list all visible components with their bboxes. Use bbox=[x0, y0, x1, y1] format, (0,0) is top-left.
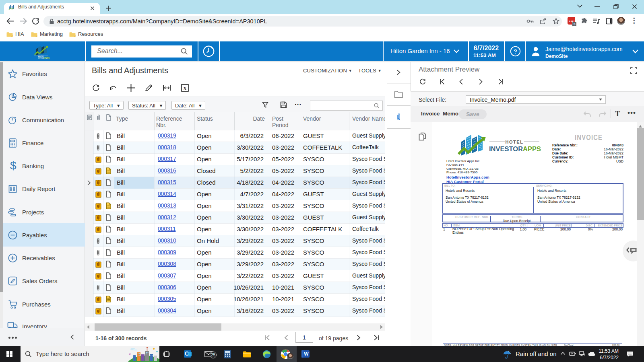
svg-text:APPS: APPS bbox=[44, 57, 50, 59]
svg-text:X: X bbox=[183, 85, 187, 91]
svg-text:?: ? bbox=[514, 48, 517, 55]
